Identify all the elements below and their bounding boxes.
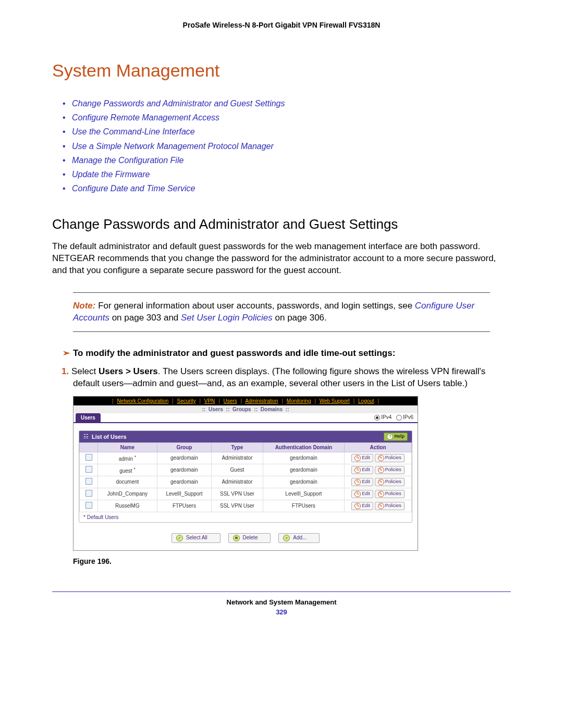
edit-icon: ✎	[354, 479, 361, 485]
table-row: admin * geardomain Administrator geardom…	[80, 452, 412, 464]
subnav-item[interactable]: Groups	[232, 406, 251, 412]
policies-icon: ✎	[378, 491, 384, 497]
toc-item[interactable]: Configure Date and Time Service	[63, 181, 511, 195]
delete-button[interactable]: ✖Delete	[228, 533, 271, 543]
table-row: JohnD_Company LevelII_Support SSL VPN Us…	[80, 488, 412, 500]
cell-type: Administrator	[212, 476, 263, 488]
subnav-item[interactable]: Domains	[261, 406, 283, 412]
radio-ipv6[interactable]	[396, 415, 402, 421]
panel-title: List of Users	[92, 434, 127, 440]
subnav-sep: ::	[202, 406, 206, 412]
policies-button[interactable]: ✎Policies	[375, 502, 405, 510]
row-checkbox[interactable]	[85, 478, 92, 485]
button-row: ✓Select All ✖Delete +Add...	[74, 528, 418, 550]
nav-item[interactable]: Security	[177, 398, 195, 404]
policies-icon: ✎	[378, 503, 384, 509]
table-row: guest * geardomain Guest geardomain ✎Edi…	[80, 464, 412, 476]
cell-type: Guest	[212, 464, 263, 476]
edit-button[interactable]: ✎Edit	[351, 490, 373, 498]
nav-item[interactable]: Web Support	[320, 398, 350, 404]
note-text: on page 306.	[273, 313, 327, 323]
panel-header: ☷ List of Users ?Help	[79, 431, 412, 442]
help-button[interactable]: ?Help	[384, 433, 408, 441]
cell-type: SSL VPN User	[212, 488, 263, 500]
footer-rule	[52, 591, 511, 592]
col-name: Name	[98, 442, 157, 452]
note-link-b[interactable]: Set User Login Policies	[181, 313, 273, 323]
row-checkbox[interactable]	[85, 454, 92, 461]
table-of-contents: Change Passwords and Administrator and G…	[52, 96, 511, 195]
table-row: RusselMG FTPUsers SSL VPN User FTPUsers …	[80, 500, 412, 512]
policies-button[interactable]: ✎Policies	[375, 478, 405, 486]
policies-button[interactable]: ✎Policies	[375, 466, 405, 474]
cell-type: SSL VPN User	[212, 500, 263, 512]
edit-icon: ✎	[354, 503, 361, 509]
edit-button[interactable]: ✎Edit	[351, 478, 373, 486]
nav-sep: |	[375, 398, 381, 404]
cell-group: geardomain	[157, 464, 211, 476]
product-header: ProSafe Wireless-N 8-Port Gigabit VPN Fi…	[52, 21, 511, 29]
note-label: Note:	[73, 301, 95, 311]
edit-button[interactable]: ✎Edit	[351, 502, 373, 510]
nav-sep: |	[351, 398, 357, 404]
sub-nav: :: Users :: Groups :: Domains ::	[74, 405, 418, 413]
col-type: Type	[212, 442, 263, 452]
radio-ipv4[interactable]	[374, 415, 380, 421]
cell-auth: LevelII_Support	[263, 488, 344, 500]
nav-item[interactable]: Administration	[245, 398, 278, 404]
cell-auth: FTPUsers	[263, 500, 344, 512]
add-button[interactable]: +Add...	[278, 533, 320, 543]
section-heading: Change Passwords and Administrator and G…	[52, 216, 511, 232]
cell-name: admin	[119, 456, 133, 462]
cell-auth: geardomain	[263, 464, 344, 476]
nav-item[interactable]: Network Configuration	[117, 398, 168, 404]
list-icon: ☷	[83, 433, 89, 440]
cell-group: LevelII_Support	[157, 488, 211, 500]
subnav-sep: ::	[226, 406, 230, 412]
figure-caption: Figure 196.	[73, 557, 511, 565]
toc-item[interactable]: Manage the Configuration File	[63, 153, 511, 167]
subnav-sep: ::	[254, 406, 258, 412]
step-number: 1.	[62, 366, 69, 376]
edit-button[interactable]: ✎Edit	[351, 466, 373, 474]
edit-button[interactable]: ✎Edit	[351, 454, 373, 462]
cell-type: Administrator	[212, 452, 263, 464]
nav-item[interactable]: Monitoring	[287, 398, 311, 404]
policies-icon: ✎	[378, 479, 384, 485]
cell-auth: geardomain	[263, 452, 344, 464]
col-action: Action	[345, 442, 412, 452]
toc-item[interactable]: Update the Firmware	[63, 167, 511, 181]
row-checkbox[interactable]	[85, 466, 92, 473]
subnav-sep: ::	[286, 406, 289, 412]
subnav-item[interactable]: Users	[209, 406, 223, 412]
users-table: Name Group Type Authentication Domain Ac…	[79, 442, 412, 512]
ip-toggle: IPv4 IPv6	[371, 414, 413, 421]
page-number: 329	[52, 608, 511, 616]
policies-button[interactable]: ✎Policies	[375, 454, 405, 462]
note-box: Note: For general information about user…	[73, 292, 490, 332]
toc-item[interactable]: Use the Command-Line Interface	[63, 125, 511, 139]
tab-users[interactable]: Users	[76, 413, 101, 422]
policies-icon: ✎	[378, 467, 384, 473]
toc-item[interactable]: Change Passwords and Administrator and G…	[63, 96, 511, 110]
footer-chapter: Network and System Management	[52, 598, 511, 606]
row-checkbox[interactable]	[85, 490, 92, 497]
table-row: document geardomain Administrator geardo…	[80, 476, 412, 488]
page-title: System Management	[52, 60, 511, 81]
nav-item[interactable]: VPN	[204, 398, 215, 404]
nav-sep: |	[312, 398, 318, 404]
nav-item[interactable]: Users	[224, 398, 237, 404]
nav-item[interactable]: Logout	[358, 398, 374, 404]
nav-sep: |	[110, 398, 116, 404]
nav-sep: |	[197, 398, 203, 404]
arrow-icon: ➢	[63, 348, 70, 358]
top-nav: | Network Configuration | Security | VPN…	[74, 397, 418, 405]
select-all-button[interactable]: ✓Select All	[172, 533, 221, 543]
cell-auth: geardomain	[263, 476, 344, 488]
toc-item[interactable]: Use a Simple Network Management Protocol…	[63, 139, 511, 153]
row-checkbox[interactable]	[85, 502, 92, 509]
procedure-lead: ➢To modify the administrator and guest p…	[52, 348, 511, 359]
ui-screenshot: | Network Configuration | Security | VPN…	[73, 396, 418, 551]
policies-button[interactable]: ✎Policies	[375, 490, 405, 498]
toc-item[interactable]: Configure Remote Management Access	[63, 110, 511, 125]
